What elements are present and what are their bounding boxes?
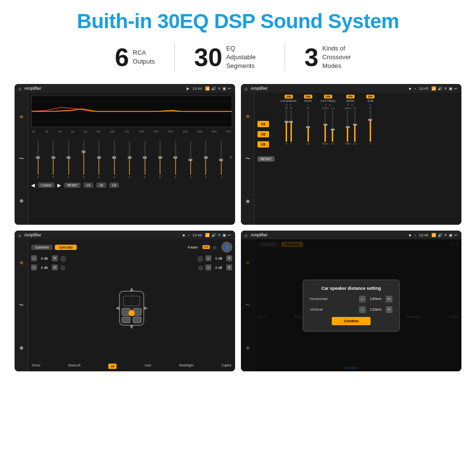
all-btn[interactable]: All bbox=[108, 364, 117, 369]
prev-icon[interactable]: ◀ bbox=[31, 183, 35, 188]
dot-icon-amp: ● bbox=[414, 87, 416, 90]
eq-icon-3[interactable]: ⊕ bbox=[17, 197, 26, 205]
page-wrapper: Buith-in 30EQ DSP Sound System 6 RCAOutp… bbox=[0, 0, 476, 381]
custom-btn[interactable]: Custom bbox=[38, 183, 54, 188]
fader-label: Fader bbox=[188, 245, 198, 249]
time-dialog: 10:46 bbox=[419, 233, 428, 237]
on-badge-phat: ON bbox=[304, 95, 312, 99]
u2-btn-eq[interactable]: U2 bbox=[96, 183, 106, 188]
amp-modules-row: U1 U2 U3 RESET ON LOUDNESS bbox=[257, 95, 459, 223]
common-tab[interactable]: Common bbox=[31, 245, 52, 250]
v-slider-p1: 3.0 0.5 bbox=[306, 107, 310, 145]
module-phat: ON PHAT — 3.0 0.5 bbox=[301, 95, 315, 223]
v-slider-cf1: 120Hz 60Hz bbox=[322, 107, 329, 145]
expand-icon[interactable]: » bbox=[229, 154, 232, 160]
copilot-label: Copilot bbox=[221, 364, 231, 369]
vol-icon-amp: 🔊 bbox=[438, 86, 442, 91]
v-slider-l1: 64 0 bbox=[285, 107, 288, 145]
reset-btn-eq[interactable]: RESET bbox=[64, 183, 81, 188]
minus-btn-3[interactable]: − bbox=[205, 255, 211, 261]
stat-rca: 6 RCAOutputs bbox=[95, 45, 174, 70]
next-icon[interactable]: ▶ bbox=[57, 183, 61, 188]
speaker-icon-2: ◎ bbox=[60, 264, 65, 271]
module-bass: ON BASS FG 100Hz 70Hz bbox=[340, 95, 360, 223]
db-val-3: 0 dB bbox=[213, 257, 225, 260]
sq-icon-eq: ▣ bbox=[222, 86, 226, 91]
fader-icon-2[interactable]: 〜 bbox=[19, 302, 24, 309]
stat-eq-number: 30 bbox=[194, 45, 222, 70]
fader-right-col: ◎ − 0 dB + ◎ − 0 dB + bbox=[193, 254, 232, 362]
screens-grid: Amplifier ▶ 10:44 📶 🔊 ✕ ▣ ↩ ≋ 〜 bbox=[15, 84, 461, 371]
horizontal-plus-btn[interactable]: + bbox=[386, 296, 392, 302]
eq-slider-11: -1 bbox=[184, 141, 197, 179]
minus-btn-2[interactable]: − bbox=[31, 265, 37, 270]
screen-fader: ⌂ Amplifier ■ ● 10:46 📶 🔊 ✕ ▣ ↩ ≋ bbox=[15, 231, 235, 371]
u2-btn-amp[interactable]: U2 bbox=[257, 131, 269, 137]
fader-avatar[interactable]: 👤 bbox=[221, 242, 232, 252]
fader-center bbox=[74, 254, 189, 362]
minus-btn-4[interactable]: − bbox=[205, 265, 211, 270]
horizontal-minus-btn[interactable]: − bbox=[359, 296, 366, 302]
back-icon-amp: ↩ bbox=[454, 86, 458, 91]
amp-icon-3[interactable]: ⊕ bbox=[246, 199, 250, 204]
time-fader: 10:46 bbox=[192, 233, 202, 237]
sliders-bass: 100Hz 70Hz 3.0 1.0 bbox=[344, 106, 357, 145]
home-icon-amp[interactable] bbox=[245, 86, 248, 91]
u1-btn-eq[interactable]: U1 bbox=[84, 183, 93, 188]
sliders-cutfreq: 120Hz 60Hz 1.3 0.5 bbox=[322, 106, 334, 145]
play-icon-eq: ▶ bbox=[187, 86, 189, 91]
fader-lines: ||| bbox=[213, 245, 216, 249]
eq-slider-6: 0 bbox=[107, 141, 121, 179]
svg-marker-14 bbox=[116, 306, 119, 310]
u1-btn-amp[interactable]: U1 bbox=[257, 121, 269, 127]
x-icon-dialog: ✕ bbox=[444, 233, 447, 237]
stat-crossover-number: 3 bbox=[305, 45, 319, 70]
home-icon-dialog[interactable]: ⌂ bbox=[245, 233, 248, 238]
confirm-button[interactable]: Confirm bbox=[332, 317, 371, 325]
u3-btn-amp[interactable]: U3 bbox=[257, 141, 269, 148]
x-icon-fader: ✕ bbox=[218, 233, 221, 237]
label-phat: PHAT bbox=[305, 100, 312, 102]
fader-icon-3[interactable]: ⊕ bbox=[19, 345, 23, 350]
vol-icon-eq: 🔊 bbox=[211, 86, 216, 91]
eq-icon-1[interactable]: ≋ bbox=[17, 112, 26, 121]
reset-btn-amp[interactable]: RESET bbox=[257, 156, 274, 162]
svg-rect-7 bbox=[122, 317, 130, 323]
speaker-icon-3: ◎ bbox=[197, 254, 203, 262]
eq-sidebar: ≋ 〜 ⊕ bbox=[15, 93, 28, 225]
minus-btn-1[interactable]: − bbox=[31, 255, 37, 261]
amp-main-content: U1 U2 U3 RESET ON LOUDNESS bbox=[255, 93, 461, 225]
specialty-tab[interactable]: Specialty bbox=[55, 245, 76, 250]
status-bar-fader: ⌂ Amplifier ■ ● 10:46 📶 🔊 ✕ ▣ ↩ bbox=[15, 231, 235, 239]
plus-btn-2[interactable]: + bbox=[52, 265, 58, 270]
app-name-amp: Amplifier bbox=[251, 86, 406, 91]
amp-icon-2[interactable]: 〜 bbox=[245, 155, 250, 162]
plus-btn-1[interactable]: + bbox=[52, 255, 58, 261]
sq-icon-dialog: ▣ bbox=[449, 233, 453, 237]
sliders-sub: 20 5 bbox=[369, 106, 372, 145]
eq-slider-9: 0 bbox=[153, 141, 167, 179]
vertical-plus-btn[interactable]: + bbox=[386, 306, 392, 313]
u3-btn-eq[interactable]: U3 bbox=[109, 183, 119, 188]
plus-btn-4[interactable]: + bbox=[226, 265, 232, 270]
amp-icon-1[interactable]: ≋ bbox=[246, 114, 250, 119]
driver-label: Driver bbox=[32, 364, 40, 369]
eq-icon-2[interactable]: 〜 bbox=[17, 154, 26, 163]
back-icon-eq: ↩ bbox=[228, 86, 231, 91]
eq-bottom-bar: ◀ Custom ▶ RESET U1 U2 U3 bbox=[31, 183, 232, 188]
fader-icon-1[interactable]: ≋ bbox=[19, 260, 23, 266]
vertical-value: 110cm bbox=[367, 307, 384, 312]
label-loudness: LOUDNESS bbox=[281, 100, 297, 102]
home-icon-fader[interactable]: ⌂ bbox=[18, 233, 21, 238]
eq-content: ≋ 〜 ⊕ bbox=[15, 93, 235, 225]
v-slider-b2: 3.0 1.0 bbox=[353, 107, 357, 145]
signal-icon-dialog: 📶 bbox=[431, 233, 436, 237]
fader-left-col: − 0 dB + ◎ − 0 dB + ◎ bbox=[31, 254, 70, 362]
db-row-2: − 0 dB + ◎ bbox=[31, 264, 70, 271]
app-name-fader: Amplifier bbox=[24, 233, 180, 237]
home-icon-eq[interactable] bbox=[18, 86, 21, 91]
vertical-minus-btn[interactable]: − bbox=[359, 306, 366, 313]
status-icons-amp: 📶 🔊 ✕ ▣ ↩ bbox=[431, 86, 458, 91]
plus-btn-3[interactable]: + bbox=[226, 255, 232, 261]
dialog-bg: Common Specialty ON ||| DriverRearLeftAl… bbox=[241, 239, 461, 371]
